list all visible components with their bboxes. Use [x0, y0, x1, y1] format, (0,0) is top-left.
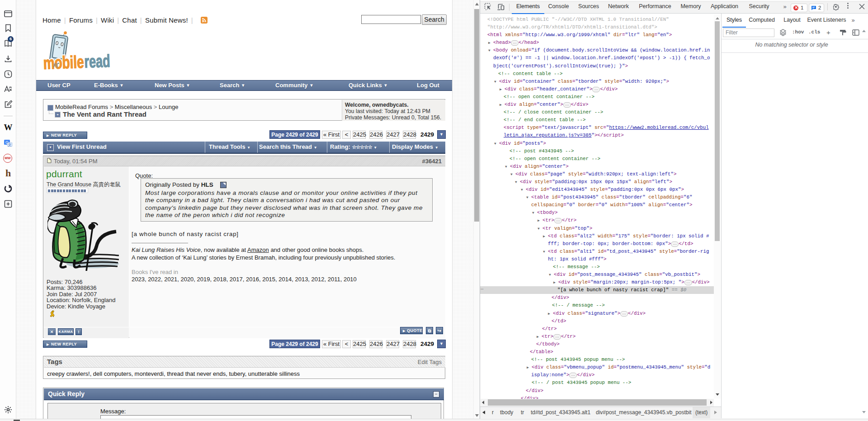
svg-text:mobile: mobile	[43, 52, 84, 73]
svg-text:read: read	[84, 51, 110, 71]
svg-text:文: 文	[8, 143, 12, 147]
